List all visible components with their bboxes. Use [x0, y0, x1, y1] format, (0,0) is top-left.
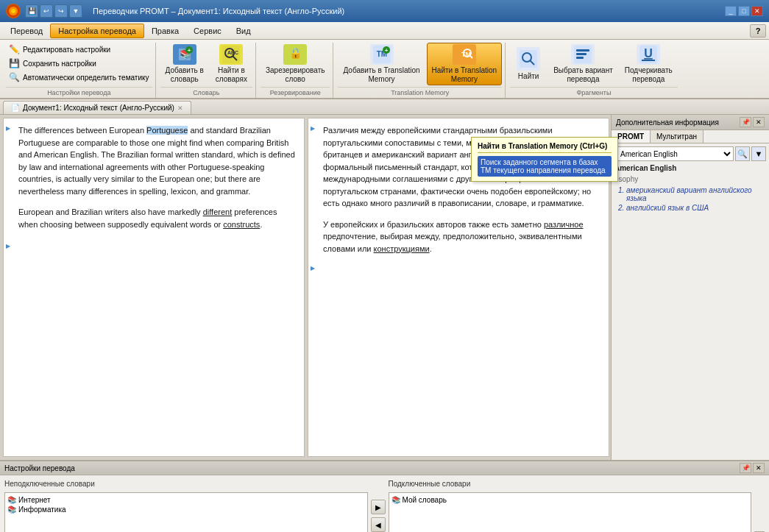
source-para-2: European and Brazilian writers also have… — [10, 206, 298, 230]
ribbon-reserve-buttons: 🔒 Зарезервироватьслово — [261, 43, 330, 85]
auto-detect-btn[interactable]: 🔍 Автоматически определить тематику — [6, 71, 152, 84]
ribbon-tm-buttons: TM + Добавить в TranslationMemory TM — [338, 43, 502, 85]
menu-perevod[interactable]: Перевод — [3, 24, 50, 38]
entry-subtext: osophy — [614, 175, 766, 183]
minimize-btn[interactable]: _ — [725, 6, 737, 16]
ribbon-settings-section: ✏️ Редактировать настройки 💾 Сохранить н… — [3, 43, 156, 98]
maximize-btn[interactable]: □ — [738, 6, 750, 16]
doc-tab-bar: 📄 Документ1: Исходный текст (Англо-Русск… — [0, 99, 769, 115]
source-text-panel[interactable]: ▶ The differences between European Portu… — [3, 118, 305, 457]
right-panel-pin[interactable]: 📌 — [740, 117, 751, 127]
svg-text:U: U — [644, 47, 653, 60]
add-tm-icon: TM + — [370, 44, 394, 65]
ribbon-dict-buttons: 📚 + Добавить всловарь ABC Найти в — [160, 43, 252, 85]
add-to-dict-btn[interactable]: 📚 + Добавить всловарь — [160, 43, 209, 85]
help-btn[interactable]: ? — [750, 24, 766, 38]
reserve-label: Зарезервироватьслово — [266, 66, 325, 84]
menu-pravka[interactable]: Правка — [144, 24, 186, 38]
title-bar-left: 💾 ↩ ↪ ▼ Переводчик PROMT – Документ1: Ис… — [6, 4, 344, 18]
save-settings-btn[interactable]: 💾 Сохранить настройки — [6, 57, 152, 70]
connected-dicts-list: 📚 Мой словарь — [389, 492, 752, 532]
choose-variant-icon — [571, 44, 595, 65]
edit-settings-btn[interactable]: ✏️ Редактировать настройки — [6, 43, 152, 56]
connected-dicts-label: Подключенные словари — [389, 480, 752, 488]
source-different: different — [203, 208, 233, 216]
find-in-tm-btn[interactable]: TM Найти в TranslationMemory — [427, 43, 503, 85]
move-right-btn[interactable]: ▶ — [371, 500, 386, 514]
dict-item-my[interactable]: 📚 Мой словарь — [391, 495, 749, 505]
move-left-btn[interactable]: ◀ — [371, 517, 386, 532]
ribbon-settings-buttons: ✏️ Редактировать настройки 💾 Сохранить н… — [6, 43, 152, 85]
svg-rect-27 — [576, 53, 587, 55]
bottom-settings-pin[interactable]: 📌 — [740, 463, 751, 473]
rp-filter-btn[interactable]: ▼ — [751, 146, 766, 161]
find-tm-label: Найти в TranslationMemory — [432, 66, 497, 84]
svg-text:+: + — [384, 47, 388, 54]
menu-nastroyka[interactable]: Настройка перевода — [50, 24, 144, 38]
rpanel-tab-multitran[interactable]: Мультитран — [651, 130, 704, 143]
ribbon-dict-label: Словарь — [160, 87, 252, 96]
reserve-icon: 🔒 — [283, 44, 307, 65]
menu-vid[interactable]: Вид — [229, 24, 258, 38]
dict-icon-internet: 📚 — [7, 496, 16, 504]
find-in-dicts-icon: ABC — [219, 44, 243, 65]
rp-search-btn[interactable]: 🔍 — [735, 146, 750, 161]
close-btn[interactable]: ✕ — [751, 6, 763, 16]
doc-icon: 📄 — [11, 104, 20, 112]
add-to-tm-btn[interactable]: TM + Добавить в TranslationMemory — [338, 43, 425, 85]
trans-para-2: У европейских и бразильских авторов такж… — [314, 219, 603, 255]
undo-btn[interactable]: ↩ — [40, 4, 53, 18]
menu-bar: Перевод Настройка перевода Правка Сервис… — [0, 22, 769, 40]
right-panel-close[interactable]: ✕ — [753, 117, 765, 127]
find-in-dicts-btn[interactable]: ABC Найти всловарях — [210, 43, 252, 85]
right-panel-controls: 📌 ✕ — [740, 117, 765, 127]
doc-tab[interactable]: 📄 Документ1: Исходный текст (Англо-Русск… — [3, 101, 191, 114]
svg-rect-28 — [576, 57, 584, 59]
menu-servis[interactable]: Сервис — [186, 24, 229, 38]
underline-btn[interactable]: U Подчеркиватьперевода — [620, 43, 678, 85]
ribbon-tm-section: TM + Добавить в TranslationMemory TM — [335, 43, 506, 98]
tooltip-menu: Найти в Translation Memory (Ctrl+G) Поис… — [471, 137, 618, 182]
bottom-settings-close[interactable]: ✕ — [753, 463, 765, 473]
ribbon-dict-section: 📚 + Добавить всловарь ABC Найти в — [157, 43, 256, 98]
quick-access-toolbar: 💾 ↩ ↪ ▼ — [25, 4, 82, 18]
connected-scrollbars: ▲ ▼ — [754, 480, 765, 532]
dict-item-internet[interactable]: 📚 Интернет — [7, 495, 365, 505]
ribbon: ✏️ Редактировать настройки 💾 Сохранить н… — [0, 40, 769, 99]
main-area: ▶ The differences between European Portu… — [0, 115, 769, 461]
trans-item-1: американский вариант английского языка — [626, 186, 766, 202]
source-para-1: The differences between European Portugu… — [10, 124, 298, 197]
ribbon-fragments-label: Фрагменты — [510, 87, 678, 96]
save-quick-btn[interactable]: 💾 — [25, 4, 38, 18]
bottom-settings-content: Неподключенные словари 📚 Интернет 📚 Инфо… — [0, 475, 769, 532]
bottom-settings-title: Настройки перевода — [4, 464, 75, 472]
doc-tab-close[interactable]: ✕ — [177, 104, 183, 112]
quickaccess-dropdown[interactable]: ▼ — [69, 4, 82, 18]
ribbon-tm-label: Translation Memory — [338, 87, 502, 96]
rp-language-select[interactable]: American English — [614, 146, 734, 161]
unconnected-dicts-panel: Неподключенные словари 📚 Интернет 📚 Инфо… — [4, 480, 368, 532]
find-fragment-icon — [517, 47, 540, 71]
right-panel: Дополнительная информация 📌 ✕ PROMT Муль… — [611, 115, 769, 460]
underline-icon: U — [637, 44, 660, 65]
trans-arrow-2: ▶ — [311, 264, 315, 273]
svg-text:ABC: ABC — [227, 50, 238, 55]
choose-variant-btn[interactable]: Выбрать вариантперевода — [548, 43, 618, 85]
choose-variant-label: Выбрать вариантперевода — [553, 66, 613, 84]
window-title: Переводчик PROMT – Документ1: Исходный т… — [93, 7, 344, 15]
source-constructs: constructs — [223, 220, 260, 229]
svg-point-2 — [11, 9, 15, 13]
tooltip-item-search[interactable]: Поиск заданного сегмента в базах ТМ теку… — [478, 156, 612, 177]
right-panel-header: Дополнительная информация 📌 ✕ — [612, 115, 769, 130]
reserve-word-btn[interactable]: 🔒 Зарезервироватьслово — [261, 43, 330, 85]
add-tm-label: Добавить в TranslationMemory — [343, 66, 419, 84]
ribbon-fragments-buttons: Найти Выбрать вариантперевода — [510, 43, 678, 85]
find-fragment-btn[interactable]: Найти — [510, 43, 547, 85]
bottom-settings-panel: Настройки перевода 📌 ✕ Неподключенные сл… — [0, 461, 769, 532]
app-logo — [6, 4, 21, 18]
dict-item-informatika[interactable]: 📚 Информатика — [7, 505, 365, 514]
ribbon-reserve-section: 🔒 Зарезервироватьслово Резервирование — [258, 43, 333, 98]
ribbon-reserve-label: Резервирование — [261, 87, 330, 96]
unconnected-dicts-list: 📚 Интернет 📚 Информатика — [4, 492, 368, 532]
redo-btn[interactable]: ↪ — [54, 4, 68, 18]
